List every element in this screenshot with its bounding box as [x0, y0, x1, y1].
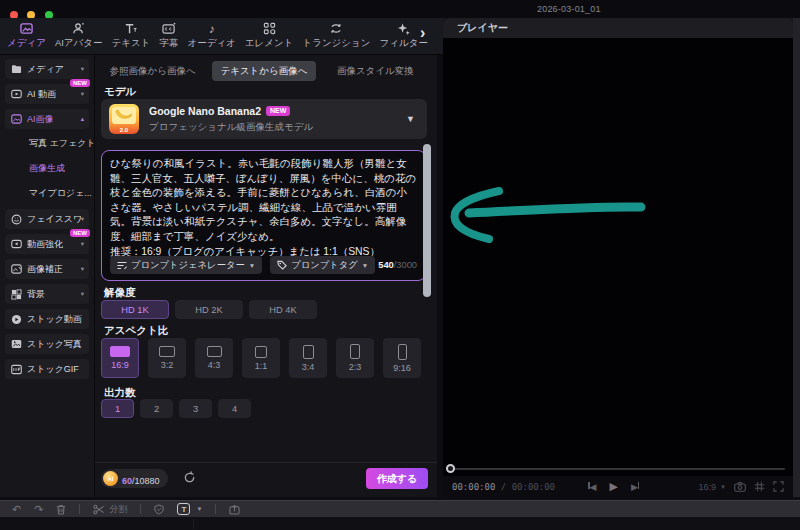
- player-scrubber-track[interactable]: [451, 468, 785, 470]
- resolution-hd1k-button[interactable]: HD 1K: [101, 300, 169, 319]
- sidebar-subitem-photo-effects[interactable]: 写真 エフェクト: [5, 134, 89, 152]
- quick-text-button[interactable]: T▼: [177, 503, 202, 515]
- prompt-tags-button[interactable]: プロンプトタグ ▼: [270, 256, 375, 274]
- tab-elements[interactable]: エレメント: [245, 22, 294, 50]
- aspect-2-3-button[interactable]: 2:3: [336, 338, 374, 378]
- sidebar-item-ai-video[interactable]: NEW AI 動画 ▾: [5, 84, 89, 104]
- tab-captions-label: 字幕: [159, 37, 178, 50]
- prompt-generator-button[interactable]: プロンプトジェネレーター ▼: [110, 256, 262, 274]
- output-count-4-button[interactable]: 4: [218, 399, 251, 418]
- play-button[interactable]: ▶: [609, 480, 617, 493]
- output-count-1-button[interactable]: 1: [101, 399, 134, 418]
- resolution-hd4k-button[interactable]: HD 4K: [249, 300, 317, 319]
- model-selector[interactable]: 2.0 Google Nano Banana2NEW プロフェッショナル級画像生…: [101, 99, 427, 139]
- tab-transitions[interactable]: トランジション: [302, 22, 370, 50]
- chevron-down-icon: ▾: [81, 240, 84, 248]
- aspect-4-3-button[interactable]: 4:3: [195, 338, 233, 378]
- ai-credit-coin-icon: AI: [103, 471, 118, 486]
- sidebar-item-stock-photo[interactable]: ストック写真: [5, 334, 89, 354]
- tab-audio[interactable]: ♪ オーディオ: [187, 22, 235, 50]
- toolbar-divider: [79, 504, 80, 514]
- resolution-hd2k-button[interactable]: HD 2K: [175, 300, 243, 319]
- text-icon: [124, 22, 137, 35]
- tab-elements-label: エレメント: [245, 37, 294, 50]
- sidebar-item-background[interactable]: 背景 ▾: [5, 284, 89, 304]
- delete-button[interactable]: [56, 504, 66, 515]
- aspect-section-label: アスペクト比: [104, 324, 168, 338]
- sidebar-item-face-swap[interactable]: フェイススワ... ▾: [5, 209, 89, 229]
- text-box-icon: T: [177, 503, 190, 515]
- player-transport: ◀ ▶ ▶: [588, 480, 639, 493]
- prompt-input[interactable]: ひな祭りの和風イラスト。赤い毛氈の段飾り雛人形（男雛と女雛、三人官女、五人囃子、…: [101, 150, 426, 281]
- sidebar-item-media[interactable]: メディア ▾: [5, 59, 89, 79]
- sidebar: メディア ▾ NEW AI 動画 ▾ AI画像 ▴ 写真 エフェクト 画像生成 …: [0, 55, 95, 497]
- media-icon: [20, 22, 33, 35]
- export-clip-button[interactable]: [229, 504, 240, 515]
- tab-media[interactable]: メディア: [7, 22, 46, 50]
- aspect-3-2-button[interactable]: 3:2: [148, 338, 186, 378]
- toolbar-divider: [215, 504, 216, 514]
- model-name: Google Nano Banana2NEW: [149, 105, 290, 117]
- tab-text-label: テキスト: [112, 37, 151, 50]
- next-frame-button[interactable]: ▶: [631, 482, 639, 492]
- previous-frame-button[interactable]: ◀: [588, 482, 596, 492]
- tab-transitions-label: トランジション: [302, 37, 370, 50]
- tab-image-style-transfer[interactable]: 画像スタイル変換: [324, 61, 427, 81]
- tab-text-to-image[interactable]: テキストから画像へ: [212, 61, 315, 81]
- timeline-toolbar: ↶ ↷ 分割 T▼: [0, 500, 800, 517]
- snapshot-camera-button[interactable]: [734, 482, 746, 492]
- panel-scrollbar[interactable]: [423, 144, 431, 297]
- sidebar-item-stock-video[interactable]: ストック動画: [5, 309, 89, 329]
- footer-divider: [95, 462, 437, 463]
- prompt-text: ひな祭りの和風イラスト。赤い毛氈の段飾り雛人形（男雛と女雛、三人官女、五人囃子、…: [110, 157, 417, 245]
- generation-mode-tabs: 参照画像から画像へ テキストから画像へ 画像スタイル変換: [101, 61, 427, 81]
- app-window: 2026-03-01_01 メディア AIアバター テキスト 字幕: [0, 0, 800, 530]
- chevron-down-icon: ▼: [249, 262, 255, 269]
- ratio-shape-icon: [398, 344, 407, 360]
- aspect-9-16-button[interactable]: 9:16: [383, 338, 421, 378]
- tab-image-to-image[interactable]: 参照画像から画像へ: [101, 61, 204, 81]
- player-header: プレイヤー: [443, 18, 793, 38]
- timeline-track-divider: [193, 519, 194, 529]
- sidebar-item-image-correction[interactable]: 画像補正 ▾: [5, 259, 89, 279]
- player-controls: 00:00:00 / 00:00:00 ◀ ▶ ▶ 16:9 ▼: [443, 476, 793, 497]
- chevron-down-icon: ▼: [720, 484, 726, 490]
- fullscreen-button[interactable]: [773, 481, 784, 492]
- create-button[interactable]: 作成する: [366, 468, 428, 489]
- image-correction-icon: [11, 263, 23, 275]
- sidebar-item-stock-gif[interactable]: ストックGIF: [5, 359, 89, 379]
- trash-icon: [56, 504, 66, 515]
- scissors-icon: [93, 504, 105, 515]
- model-banana-icon: 2.0: [109, 104, 139, 134]
- tab-ai-avatar[interactable]: AIアバター: [55, 22, 103, 50]
- aspect-3-4-button[interactable]: 3:4: [289, 338, 327, 378]
- chevron-down-icon: ▾: [81, 290, 84, 298]
- sidebar-item-ai-image[interactable]: AI画像 ▴: [5, 109, 89, 129]
- redo-button[interactable]: ↷: [34, 504, 43, 515]
- model-new-badge: NEW: [266, 106, 290, 116]
- sidebar-subitem-image-generation[interactable]: 画像生成: [5, 159, 89, 177]
- aspect-ratio-selector[interactable]: 16:9: [699, 482, 717, 492]
- player-scrubber-handle[interactable]: [446, 464, 455, 473]
- output-count-3-button[interactable]: 3: [179, 399, 212, 418]
- ai-image-icon: [11, 113, 23, 125]
- tab-audio-label: オーディオ: [187, 37, 235, 50]
- tab-text[interactable]: テキスト: [112, 22, 151, 50]
- mask-button[interactable]: [154, 504, 164, 515]
- undo-button[interactable]: ↶: [12, 504, 21, 515]
- tab-captions[interactable]: 字幕: [159, 22, 178, 50]
- output-count-2-button[interactable]: 2: [140, 399, 173, 418]
- avatar-icon: [72, 22, 85, 35]
- grid-overlay-button[interactable]: [754, 481, 765, 492]
- sidebar-item-video-enhance[interactable]: NEW 動画強化 ▾: [5, 234, 89, 254]
- credits-balance: AI 60/10880: [101, 469, 168, 488]
- split-button[interactable]: 分割: [93, 503, 127, 516]
- toolbar-more-chevron-icon[interactable]: ›: [420, 24, 425, 42]
- sidebar-subitem-my-projects[interactable]: マイプロジェ...: [5, 184, 89, 202]
- aspect-16-9-button[interactable]: 16:9: [101, 338, 139, 378]
- chevron-up-icon: ▴: [81, 115, 84, 123]
- refresh-credits-button[interactable]: [183, 471, 196, 484]
- timeline-area: [0, 517, 800, 530]
- chevron-down-icon: ▾: [81, 90, 84, 98]
- aspect-1-1-button[interactable]: 1:1: [242, 338, 280, 378]
